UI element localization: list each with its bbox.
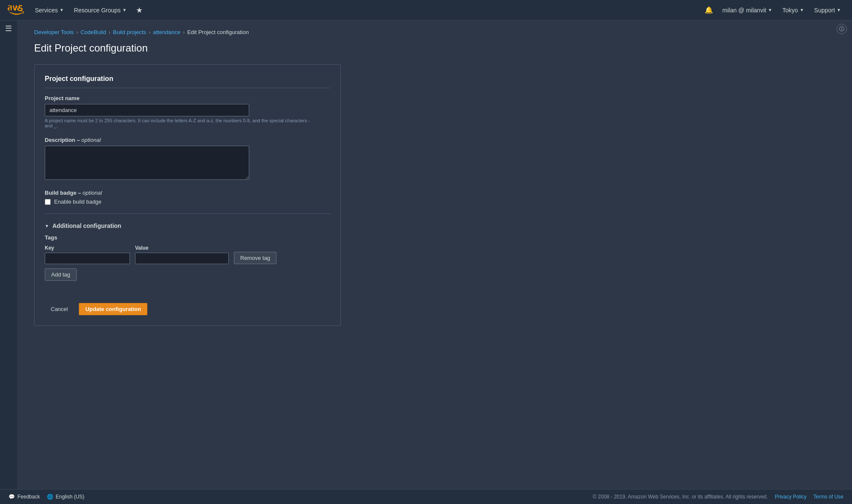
update-configuration-button[interactable]: Update configuration [79, 303, 147, 315]
services-nav[interactable]: Services ▼ [31, 5, 68, 15]
build-badge-label: Build badge – optional [45, 190, 330, 196]
description-label: Description – optional [45, 137, 330, 143]
tag-value-input[interactable] [135, 253, 229, 264]
description-textarea[interactable] [45, 146, 249, 180]
section-title: Project configuration [45, 75, 330, 88]
language-selector[interactable]: 🌐 English (US) [47, 494, 84, 500]
footer-right: © 2008 - 2019, Amazon Web Services, Inc.… [593, 494, 843, 500]
info-icon[interactable]: ⓘ [837, 24, 847, 34]
breadcrumb-developer-tools[interactable]: Developer Tools [34, 29, 74, 35]
user-chevron-icon: ▼ [768, 8, 772, 12]
feedback-icon: 💬 [9, 494, 15, 500]
additional-config-header[interactable]: ▼ Additional configuration [45, 222, 330, 229]
terms-of-use-link[interactable]: Terms of Use [813, 494, 843, 500]
globe-icon: 🌐 [47, 494, 53, 500]
breadcrumb-attendance[interactable]: attendance [153, 29, 180, 35]
enable-build-badge-label[interactable]: Enable build badge [54, 199, 101, 205]
breadcrumb-sep-4: › [183, 29, 184, 35]
tags-row: Key Value Remove tag [45, 245, 330, 264]
value-label: Value [135, 245, 229, 251]
key-label: Key [45, 245, 130, 251]
add-tag-button[interactable]: Add tag [45, 268, 77, 281]
tags-label: Tags [45, 234, 330, 241]
project-name-input[interactable] [45, 104, 249, 116]
breadcrumb-build-projects[interactable]: Build projects [113, 29, 146, 35]
feedback-button[interactable]: 💬 Feedback [9, 494, 40, 500]
aws-logo [7, 4, 24, 16]
support-chevron-icon: ▼ [837, 8, 841, 12]
resource-groups-chevron-icon: ▼ [122, 8, 127, 12]
breadcrumb-sep-1: › [76, 29, 78, 35]
region-menu[interactable]: Tokyo ▼ [778, 5, 808, 15]
enable-build-badge-checkbox[interactable] [45, 199, 51, 205]
build-badge-group: Build badge – optional Enable build badg… [45, 190, 330, 205]
user-menu[interactable]: milan @ milanvit ▼ [718, 5, 777, 15]
resource-groups-nav[interactable]: Resource Groups ▼ [70, 5, 131, 15]
collapse-arrow-icon: ▼ [45, 224, 49, 228]
footer-copyright: © 2008 - 2019, Amazon Web Services, Inc.… [593, 494, 768, 500]
main-wrapper: ☰ ⓘ Developer Tools › CodeBuild › Build … [0, 20, 852, 489]
add-tag-wrapper: Add tag [45, 268, 330, 281]
region-chevron-icon: ▼ [800, 8, 804, 12]
description-group: Description – optional [45, 137, 330, 181]
value-col: Value [135, 245, 229, 264]
footer-left: 💬 Feedback 🌐 English (US) [9, 494, 84, 500]
key-col: Key [45, 245, 130, 264]
tag-key-input[interactable] [45, 253, 130, 264]
project-name-hint: A project name must be 2 to 255 characte… [45, 118, 317, 128]
page-title: Edit Project configuration [34, 42, 835, 54]
enable-build-badge-group: Enable build badge [45, 199, 330, 205]
additional-config-section: ▼ Additional configuration Tags Key Valu… [45, 222, 330, 281]
breadcrumb-sep-2: › [109, 29, 110, 35]
help-panel-toggle[interactable]: ⓘ [837, 24, 847, 34]
additional-config-title: Additional configuration [52, 222, 121, 229]
project-name-label: Project name [45, 95, 330, 101]
breadcrumb-codebuild[interactable]: CodeBuild [81, 29, 106, 35]
project-name-group: Project name A project name must be 2 to… [45, 95, 330, 128]
notifications-icon[interactable]: 🔔 [701, 4, 717, 16]
breadcrumb-current: Edit Project configuration [187, 29, 249, 35]
top-navigation: Services ▼ Resource Groups ▼ ★ 🔔 milan @… [0, 0, 852, 20]
cancel-button[interactable]: Cancel [45, 303, 74, 315]
sidebar-toggle-button[interactable]: ☰ [0, 20, 17, 489]
breadcrumb: Developer Tools › CodeBuild › Build proj… [34, 29, 835, 35]
services-chevron-icon: ▼ [60, 8, 64, 12]
bookmarks-icon[interactable]: ★ [132, 4, 146, 17]
privacy-policy-link[interactable]: Privacy Policy [775, 494, 807, 500]
breadcrumb-sep-3: › [149, 29, 150, 35]
remove-tag-button[interactable]: Remove tag [234, 252, 276, 264]
form-actions: Cancel Update configuration [45, 294, 330, 315]
main-content: ⓘ Developer Tools › CodeBuild › Build pr… [17, 20, 852, 489]
project-config-card: Project configuration Project name A pro… [34, 64, 341, 326]
section-divider [45, 213, 330, 214]
support-menu[interactable]: Support ▼ [810, 5, 845, 15]
footer: 💬 Feedback 🌐 English (US) © 2008 - 2019,… [0, 489, 852, 504]
